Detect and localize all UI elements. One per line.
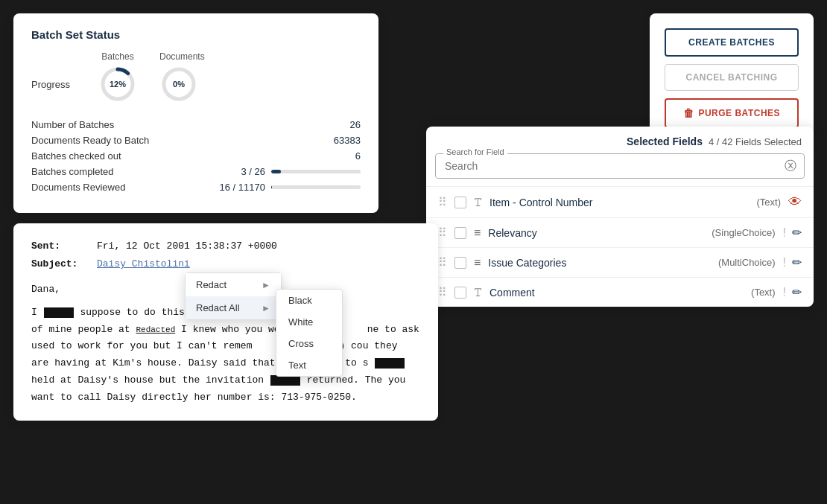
stat-value: 3 / 26	[181, 164, 361, 179]
field-actions: ! ✏	[783, 226, 802, 240]
redacted-text	[44, 307, 74, 318]
field-checkbox[interactable]	[454, 257, 466, 269]
stat-label: Batches checked out	[31, 148, 181, 164]
sub-menu: Black White Cross Text	[276, 289, 343, 377]
sub-menu-item-white[interactable]: White	[276, 311, 342, 333]
field-name: Issue Categories	[488, 257, 711, 269]
field-checkbox[interactable]	[454, 227, 466, 239]
field-row: ⠿ 𝚃 Item - Control Number (Text) 👁	[426, 186, 814, 217]
edit-icon[interactable]: ✏	[792, 255, 802, 269]
redacted-text	[375, 358, 405, 369]
context-menu: Redact ► Redact All ►	[185, 272, 282, 320]
purge-batches-button[interactable]: 🗑 PURGE BATCHES	[665, 98, 799, 128]
field-checkbox[interactable]	[454, 287, 466, 299]
field-row: ⠿ ≡ Relevancy (SingleChoice) ! ✏	[426, 217, 814, 247]
cancel-batching-button: CANCEL BATCHING	[665, 64, 799, 91]
submenu-arrow-icon: ►	[262, 303, 270, 313]
selected-fields-title: Selected Fields	[627, 135, 703, 147]
sent-label: Sent:	[31, 238, 91, 255]
table-row: Batches completed 3 / 26	[31, 164, 361, 179]
field-actions: ! ✏	[783, 255, 802, 269]
docs-progress-bar	[271, 185, 361, 189]
table-row: Batches checked out 6	[31, 148, 361, 164]
redacted-underline-text: Redacted	[136, 325, 175, 334]
search-field-container: Search for Field ⓧ	[435, 153, 805, 179]
create-batches-button[interactable]: CREATE BATCHES	[665, 28, 799, 57]
stat-value: 6	[181, 148, 361, 164]
warning-icon[interactable]: !	[783, 256, 786, 269]
text-type-icon: 𝚃	[474, 286, 482, 299]
stat-value: 63383	[181, 133, 361, 148]
clear-search-icon[interactable]: ⓧ	[785, 159, 796, 174]
sub-menu-item-cross[interactable]: Cross	[276, 333, 342, 354]
batches-percent: 12%	[110, 80, 126, 89]
field-name: Comment	[489, 287, 744, 299]
drag-handle-icon[interactable]: ⠿	[438, 226, 447, 240]
redact-label: Redact	[196, 279, 226, 290]
batch-status-card: Batch Set Status Batches Documents Progr…	[13, 13, 378, 213]
sub-menu-item-text[interactable]: Text	[276, 354, 342, 376]
stat-value: 16 / 11170	[181, 179, 361, 195]
documents-circle: 0%	[159, 65, 198, 103]
sent-value: Fri, 12 Oct 2001 15:38:37 +0000	[97, 238, 420, 255]
drag-handle-icon[interactable]: ⠿	[438, 195, 447, 209]
table-row: Documents Ready to Batch 63383	[31, 133, 361, 148]
field-checkbox[interactable]	[454, 197, 466, 208]
batches-col-header: Batches	[98, 51, 137, 62]
batches-progress-bar	[271, 170, 361, 173]
redact-all-label: Redact All	[196, 302, 240, 313]
batch-status-title: Batch Set Status	[31, 28, 361, 41]
text-type-icon: 𝚃	[474, 196, 482, 209]
eye-icon[interactable]: 👁	[788, 194, 802, 210]
stat-label: Batches completed	[31, 164, 181, 179]
field-type: (SingleChoice)	[712, 227, 775, 238]
field-type: (Text)	[757, 197, 782, 208]
list-type-icon: ≡	[474, 226, 481, 240]
warning-icon[interactable]: !	[783, 286, 786, 299]
batches-circle: 12%	[98, 65, 137, 103]
context-menu-item-redact-all[interactable]: Redact All ►	[186, 296, 281, 319]
field-row: ⠿ ≡ Issue Categories (MultiChoice) ! ✏	[426, 247, 814, 277]
progress-circles: 12% 0%	[98, 65, 198, 103]
list-type-icon: ≡	[474, 256, 481, 269]
field-actions: 👁	[788, 194, 802, 210]
stat-label: Documents Reviewed	[31, 179, 181, 195]
subject-value: Daisy Chistolini	[97, 256, 420, 272]
submenu-arrow-icon: ►	[262, 280, 270, 290]
field-row: ⠿ 𝚃 Comment (Text) ! ✏	[426, 277, 814, 307]
documents-col-header: Documents	[159, 51, 198, 62]
field-name: Relevancy	[488, 227, 704, 239]
stat-label: Documents Ready to Batch	[31, 133, 181, 148]
documents-percent: 0%	[173, 80, 185, 89]
drag-handle-icon[interactable]: ⠿	[438, 255, 447, 269]
field-type: (MultiChoice)	[718, 257, 776, 268]
selected-fields-card: Selected Fields 4 / 42 Fields Selected S…	[426, 127, 814, 307]
action-buttons-card: CREATE BATCHES CANCEL BATCHING 🗑 PURGE B…	[650, 13, 814, 143]
table-row: Documents Reviewed 16 / 11170	[31, 179, 361, 195]
field-type: (Text)	[751, 287, 776, 298]
field-actions: ! ✏	[783, 285, 802, 299]
warning-icon[interactable]: !	[783, 226, 786, 240]
stats-table: Number of Batches 26 Documents Ready to …	[31, 117, 361, 195]
search-input[interactable]	[436, 154, 804, 178]
progress-row: Progress 12% 0%	[31, 65, 361, 103]
fields-count: 4 / 42 Fields Selected	[709, 136, 802, 147]
edit-icon[interactable]: ✏	[792, 226, 802, 240]
context-menu-item-redact[interactable]: Redact ►	[186, 273, 281, 296]
trash-icon: 🗑	[683, 107, 694, 119]
progress-label: Progress	[31, 79, 98, 90]
stat-value: 26	[181, 117, 361, 133]
table-row: Number of Batches 26	[31, 117, 361, 133]
stat-label: Number of Batches	[31, 117, 181, 133]
subject-label: Subject:	[31, 256, 91, 272]
doc-viewer-card: Sent: Fri, 12 Oct 2001 15:38:37 +0000 Su…	[13, 223, 438, 421]
search-field-label: Search for Field	[443, 147, 507, 156]
sub-menu-item-black[interactable]: Black	[276, 290, 342, 311]
drag-handle-icon[interactable]: ⠿	[438, 285, 447, 299]
purge-label: PURGE BATCHES	[698, 108, 780, 118]
doc-meta: Sent: Fri, 12 Oct 2001 15:38:37 +0000 Su…	[31, 238, 420, 272]
col-headers: Batches Documents	[98, 51, 361, 62]
field-name: Item - Control Number	[489, 197, 750, 208]
edit-icon[interactable]: ✏	[792, 285, 802, 299]
